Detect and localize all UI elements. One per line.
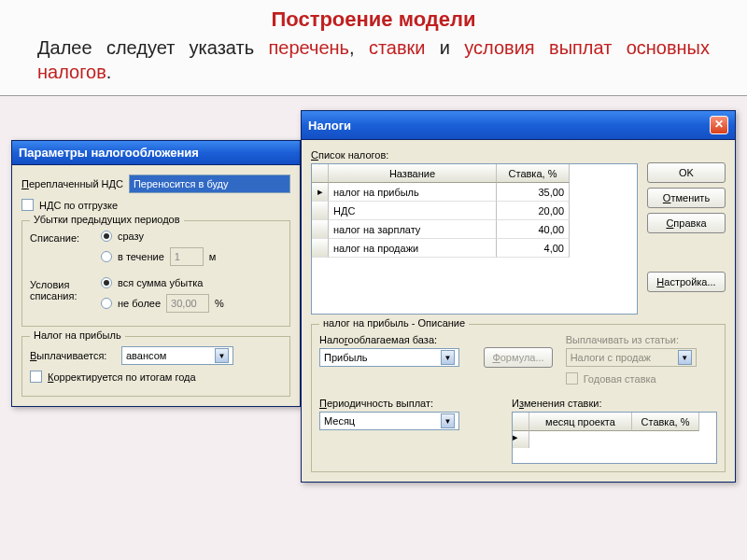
col-month[interactable]: месяц проекта (529, 413, 632, 431)
chevron-down-icon: ▼ (678, 350, 692, 365)
tax-list-label: Список налогов: (311, 149, 638, 161)
table-row[interactable]: налог на продажи 4,00 (312, 239, 637, 258)
titlebar-params[interactable]: Параметры налогообложения (12, 141, 300, 165)
slide-header: Построение модели Далее следует указать … (0, 0, 747, 96)
close-icon[interactable]: ✕ (710, 116, 728, 134)
chevron-down-icon: ▼ (215, 348, 229, 363)
profit-tax-groupbox: Налог на прибыль Выплачивается: авансом … (21, 336, 290, 397)
slide-subtitle: Далее следует указать перечень, ставки и… (37, 35, 710, 84)
changes-label: Изменения ставки: (512, 398, 717, 409)
window-title: Параметры налогообложения (19, 146, 199, 160)
overpaid-nds-combo[interactable]: Переносится в буду (129, 175, 290, 193)
overpaid-nds-label: ППереплаченный НДСереплаченный НДС (21, 178, 123, 189)
opt-during-label: в течение (118, 251, 164, 262)
table-row[interactable]: ▸ налог на прибыль 35,00 (312, 183, 637, 202)
titlebar-taxes[interactable]: Налоги ✕ (302, 111, 735, 140)
col-rate[interactable]: Ставка, % (497, 164, 570, 183)
taxes-window: Налоги ✕ Список налогов: Название Ставка… (301, 110, 736, 483)
chevron-down-icon: ▼ (441, 413, 455, 428)
max-field: 30,00 (166, 294, 209, 313)
opt-full-label: вся сумма убытка (118, 277, 203, 288)
opt-max-label: не более (118, 298, 161, 309)
nds-ship-checkbox[interactable] (21, 199, 34, 211)
window-title: Налоги (308, 119, 351, 133)
annual-label: Годовая ставка (584, 373, 656, 385)
desc-groupbox: налог на прибыль - Описание Налогооблага… (311, 324, 726, 472)
row-marker-header (513, 413, 529, 431)
nds-ship-label: НДС по отгрузке (39, 200, 118, 211)
chevron-down-icon: ▼ (441, 350, 455, 365)
table-row[interactable]: налог на зарплату 40,00 (312, 220, 637, 239)
losses-groupbox: Убытки предыдущих периодов Списание: сра… (21, 220, 290, 327)
col-rate2[interactable]: Ставка, % (632, 413, 699, 431)
slide-title: Построение модели (37, 7, 710, 32)
desc-legend: налог на прибыль - Описание (319, 317, 469, 329)
cond-label: Условия списания: (30, 277, 93, 318)
profit-legend: Налог на прибыль (30, 329, 125, 341)
rate-changes-table[interactable]: месяц проекта Ставка, % ▸ (512, 412, 717, 464)
annual-checkbox (566, 372, 578, 385)
opt-immediate-label: сразу (118, 231, 144, 242)
payfrom-label: Выплачивать из статьи: (566, 334, 717, 345)
period-combo[interactable]: Месяц ▼ (319, 412, 459, 430)
payfrom-combo: Налоги с продаж ▼ (566, 348, 697, 367)
tax-params-window: Параметры налогообложения ППереплаченный… (11, 140, 301, 407)
base-combo[interactable]: Прибыль ▼ (319, 348, 459, 367)
table-row[interactable]: НДС 20,00 (312, 202, 637, 220)
writeoff-label: Списание: (30, 231, 93, 272)
radio-during[interactable] (101, 251, 112, 262)
radio-full[interactable] (101, 277, 112, 288)
tax-table[interactable]: Название Ставка, % ▸ налог на прибыль 35… (311, 163, 638, 315)
row-marker-header (312, 164, 329, 183)
col-name[interactable]: Название (329, 164, 497, 183)
paid-label: Выплачивается: (30, 350, 116, 361)
corrected-label: Корректируется по итогам года (48, 371, 196, 383)
row-marker-icon: ▸ (513, 431, 529, 448)
max-unit: % (215, 298, 224, 309)
radio-immediate[interactable] (101, 231, 112, 242)
paid-combo[interactable]: авансом ▼ (121, 346, 233, 365)
setup-button[interactable]: Настройка... (647, 272, 726, 292)
base-label: Налогооблагаемая база: (319, 334, 471, 345)
formula-button: Формула... (484, 347, 552, 368)
ok-button[interactable]: OK (647, 162, 726, 183)
cancel-button[interactable]: Отменить (647, 188, 726, 208)
during-unit: м (209, 251, 217, 262)
radio-max[interactable] (101, 298, 112, 309)
help-button[interactable]: Справка (647, 213, 726, 233)
during-field: 1 (170, 247, 204, 266)
corrected-checkbox[interactable] (30, 371, 42, 383)
row-marker-icon: ▸ (312, 183, 329, 202)
period-label: Периодичность выплат: (319, 398, 499, 409)
losses-legend: Убытки предыдущих периодов (30, 214, 184, 225)
